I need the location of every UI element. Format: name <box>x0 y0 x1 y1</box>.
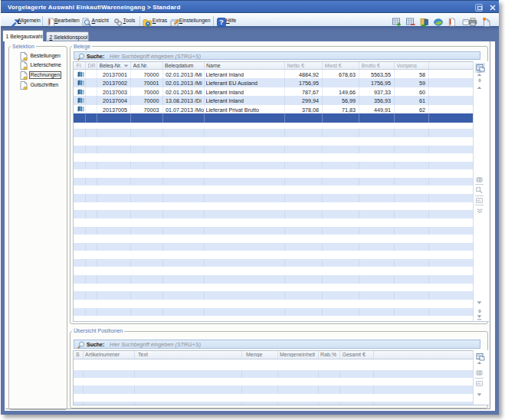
svg-text:?: ? <box>219 18 224 26</box>
